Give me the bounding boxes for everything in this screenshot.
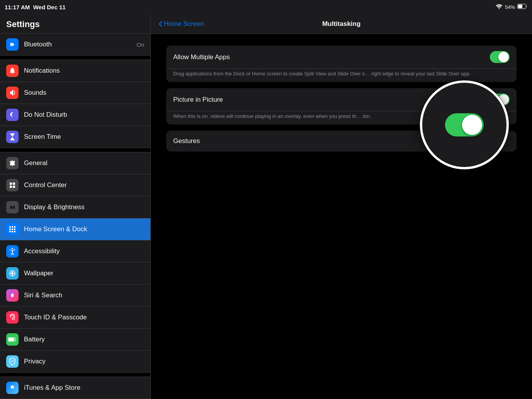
wallpaper-icon [6, 267, 19, 280]
wifi-icon [496, 4, 503, 10]
home-screen-icon [6, 223, 19, 235]
siri-icon [6, 289, 19, 302]
svg-rect-4 [10, 140, 15, 140]
accessibility-label: Accessibility [24, 247, 144, 255]
status-bar: 11:17 AM Wed Dec 11 54% [0, 0, 532, 14]
battery-icon [517, 4, 527, 10]
svg-rect-9 [13, 186, 15, 188]
general-label: General [24, 159, 144, 167]
display-label: Display & Brightness [24, 203, 144, 211]
privacy-label: Privacy [24, 358, 144, 365]
magnify-toggle-visual [445, 113, 484, 136]
do-not-disturb-label: Do Not Disturb [24, 111, 144, 119]
main-layout: Settings Bluetooth On Notifications [0, 14, 532, 399]
sidebar-item-display-brightness[interactable]: AA Display & Brightness [0, 196, 150, 218]
sidebar-item-touch-id[interactable]: Touch ID & Passcode [0, 307, 150, 329]
sidebar-item-itunes-app-store[interactable]: iTunes & App Store [0, 377, 150, 399]
svg-rect-14 [12, 228, 13, 230]
status-indicators: 54% [496, 4, 527, 10]
control-center-icon [6, 179, 19, 191]
content-area: Home Screen Multitasking Allow Multiple … [151, 14, 532, 399]
section-divider-1 [0, 56, 150, 60]
itunes-label: iTunes & App Store [24, 384, 144, 392]
bluetooth-value: On [136, 41, 144, 48]
sidebar-item-privacy[interactable]: Privacy [0, 351, 150, 373]
svg-rect-16 [9, 231, 11, 232]
toggle-knob [498, 52, 509, 62]
allow-multiple-apps-label: Allow Multiple Apps [173, 53, 490, 61]
gear-icon [6, 157, 19, 169]
svg-rect-3 [10, 133, 15, 134]
sidebar-item-bluetooth[interactable]: Bluetooth On [0, 34, 150, 56]
touch-id-icon [6, 311, 19, 324]
sidebar-item-general[interactable]: General [0, 152, 150, 174]
bluetooth-icon [6, 38, 19, 51]
svg-rect-6 [10, 182, 12, 185]
status-time: 11:17 AM Wed Dec 11 [5, 4, 66, 10]
sidebar: Settings Bluetooth On Notifications [0, 14, 151, 399]
magnify-overlay [420, 80, 509, 169]
magnify-knob [462, 115, 482, 135]
svg-rect-12 [14, 226, 15, 228]
page-title: Multitasking [322, 20, 360, 28]
battery-label: Battery [24, 336, 144, 343]
section-divider-3 [0, 373, 150, 377]
back-label: Home Screen [164, 20, 204, 28]
svg-rect-15 [14, 228, 15, 230]
allow-multiple-apps-row: Allow Multiple Apps [166, 46, 517, 69]
svg-point-21 [11, 272, 14, 275]
svg-rect-13 [9, 228, 11, 230]
svg-rect-18 [14, 231, 15, 232]
sidebar-item-siri-search[interactable]: Siri & Search [0, 285, 150, 307]
notifications-label: Notifications [24, 67, 144, 75]
content-header: Home Screen Multitasking [151, 14, 532, 34]
allow-multiple-apps-toggle[interactable] [490, 51, 510, 63]
svg-rect-7 [13, 182, 15, 185]
svg-point-19 [12, 248, 13, 249]
sidebar-item-wallpaper[interactable]: Wallpaper [0, 263, 150, 285]
svg-rect-11 [12, 226, 13, 228]
svg-rect-17 [12, 231, 13, 232]
screen-time-label: Screen Time [24, 133, 144, 141]
sidebar-item-home-screen-dock[interactable]: Home Screen & Dock [0, 218, 150, 240]
app-store-icon [6, 382, 19, 394]
sidebar-item-accessibility[interactable]: Accessibility [0, 240, 150, 263]
sounds-icon [6, 87, 19, 99]
bluetooth-label: Bluetooth [24, 41, 136, 48]
sidebar-item-sounds[interactable]: Sounds [0, 82, 150, 104]
sidebar-item-do-not-disturb[interactable]: Do Not Disturb [0, 104, 150, 126]
wallpaper-label: Wallpaper [24, 269, 144, 277]
allow-multiple-apps-group: Allow Multiple Apps Drag applications fr… [166, 46, 517, 82]
sidebar-item-screen-time[interactable]: Screen Time [0, 126, 150, 148]
sidebar-item-control-center[interactable]: Control Center [0, 174, 150, 196]
svg-rect-26 [9, 338, 14, 341]
notifications-icon [6, 65, 19, 77]
sounds-label: Sounds [24, 89, 144, 97]
back-button[interactable]: Home Screen [159, 20, 204, 28]
home-screen-label: Home Screen & Dock [24, 225, 144, 233]
section-divider-2 [0, 148, 150, 152]
hourglass-icon [6, 131, 19, 143]
control-center-label: Control Center [24, 181, 144, 189]
touch-id-label: Touch ID & Passcode [24, 314, 144, 321]
svg-point-0 [498, 8, 500, 9]
sidebar-item-battery[interactable]: Battery [0, 329, 150, 351]
sidebar-item-notifications[interactable]: Notifications [0, 60, 150, 82]
content-body: Allow Multiple Apps Drag applications fr… [151, 34, 532, 399]
svg-point-24 [12, 294, 13, 297]
svg-rect-2 [518, 5, 522, 8]
battery-settings-icon [6, 333, 19, 346]
siri-label: Siri & Search [24, 292, 144, 299]
display-icon: AA [6, 201, 19, 213]
moon-icon [6, 109, 19, 121]
svg-rect-8 [10, 186, 12, 188]
sidebar-title: Settings [0, 14, 150, 34]
accessibility-icon [6, 245, 19, 257]
privacy-icon [6, 355, 19, 368]
svg-rect-10 [9, 226, 11, 228]
battery-percent: 54% [505, 4, 515, 10]
